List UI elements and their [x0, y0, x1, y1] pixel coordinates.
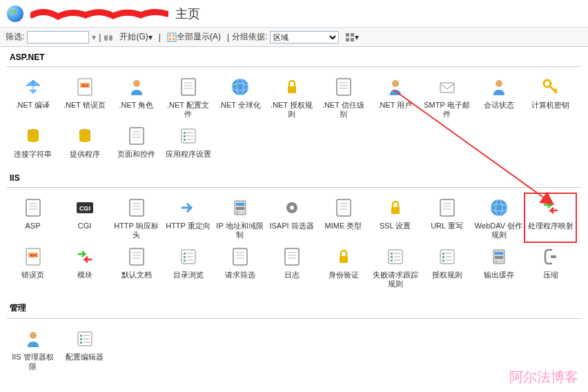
mime-icon	[332, 196, 355, 219]
section-mgmt: 管理 IIS 管理器权限配置编辑器	[7, 301, 581, 373]
feature-label: .NET 配置文件	[164, 101, 213, 119]
ssl-icon	[384, 196, 407, 219]
config-icon	[177, 75, 200, 99]
feature-item-defaultdoc[interactable]: 默认文档	[110, 242, 162, 291]
svg-rect-43	[346, 38, 349, 41]
feature-item-error404[interactable]: .NET 错误页	[59, 72, 110, 121]
svg-rect-42	[351, 33, 354, 37]
feature-item-failedreq[interactable]: 失败请求跟踪规则	[369, 242, 421, 291]
feature-label: CGI	[78, 222, 92, 231]
urlrewrite-icon	[435, 196, 459, 219]
feature-label: 计算机密钥	[531, 101, 569, 110]
webdav-icon	[487, 196, 511, 219]
feature-item-redirect[interactable]: HTTP 重定向	[162, 193, 214, 242]
feature-label: 提供程序	[70, 150, 100, 159]
feature-label: 身份验证	[329, 271, 359, 280]
feature-item-handler[interactable]: 处理程序映射	[525, 193, 576, 242]
feature-item-providers[interactable]: 提供程序	[59, 121, 110, 161]
svg-rect-40	[173, 38, 175, 40]
feature-label: .NET 错误页	[63, 101, 106, 110]
feature-item-iprestrict[interactable]: IP 地址和域限制	[214, 193, 266, 242]
feature-label: MIME 类型	[325, 222, 362, 231]
feature-item-isapi[interactable]: ISAPI 筛选器	[266, 193, 317, 242]
reqfilter-icon	[228, 245, 252, 268]
appsettings-icon	[177, 124, 200, 148]
feature-item-globe[interactable]: .NET 全球化	[214, 72, 266, 121]
filter-input[interactable]	[27, 31, 89, 43]
feature-label: 失败请求跟踪规则	[371, 271, 420, 288]
feature-item-pages[interactable]: 页面和控件	[110, 121, 162, 161]
section-title-iis: IIS	[7, 172, 581, 184]
feature-label: URL 重写	[431, 222, 463, 231]
feature-item-configedit[interactable]: 配置编辑器	[59, 324, 110, 373]
feature-item-auth[interactable]: 身份验证	[317, 242, 369, 291]
feature-label: .NET 编译	[16, 101, 50, 110]
feature-item-urlrewrite[interactable]: URL 重写	[421, 193, 473, 242]
svg-rect-41	[346, 33, 349, 37]
go-button[interactable]: 开始(G) ▾	[116, 30, 155, 44]
section-title-aspnet: ASP.NET	[7, 51, 581, 63]
feature-label: 会话状态	[484, 101, 514, 110]
feature-item-session[interactable]: 会话状态	[473, 72, 525, 121]
feature-item-httpheaders[interactable]: HTTP 响应标头	[110, 193, 162, 242]
feature-label: ASP	[25, 222, 40, 231]
section-title-mgmt: 管理	[7, 301, 581, 315]
show-all-button[interactable]: 全部显示(A)	[164, 30, 224, 44]
svg-rect-44	[351, 38, 354, 41]
trust-icon	[332, 75, 355, 99]
group-by-select[interactable]: 区域	[270, 31, 339, 43]
feature-label: 配置编辑器	[66, 353, 104, 362]
feature-label: WebDAV 创作规则	[474, 222, 523, 239]
feature-item-key[interactable]: 计算机密钥	[525, 72, 576, 121]
feature-item-asp[interactable]: ASP	[7, 193, 59, 242]
compress-icon	[539, 245, 562, 268]
iismgrperm-icon	[21, 327, 45, 351]
feature-label: HTTP 重定向	[166, 222, 210, 231]
feature-item-trust[interactable]: .NET 信任级别	[317, 72, 369, 121]
view-mode-button[interactable]: ▾	[342, 30, 362, 44]
feature-label: IIS 管理器权限	[8, 353, 57, 371]
httpheaders-icon	[125, 196, 148, 219]
feature-item-cgi[interactable]: CGI	[59, 193, 110, 242]
feature-item-appsettings[interactable]: 应用程序设置	[162, 121, 214, 161]
users-icon	[384, 75, 407, 99]
errorpg-icon	[21, 245, 45, 268]
feature-label: 处理程序映射	[528, 222, 574, 231]
feature-item-users[interactable]: .NET 用户	[369, 72, 421, 121]
key-icon	[539, 75, 562, 99]
feature-label: HTTP 响应标头	[112, 222, 161, 239]
dirbrowse-icon	[177, 245, 200, 268]
feature-label: SSL 设置	[380, 222, 411, 231]
feature-label: 输出缓存	[484, 271, 514, 280]
feature-item-config[interactable]: .NET 配置文件	[162, 72, 214, 121]
page-title: 主页	[175, 6, 200, 22]
feature-item-modules[interactable]: 模块	[59, 242, 110, 291]
asp-icon	[21, 196, 45, 219]
feature-item-smtp[interactable]: SMTP 电子邮件	[421, 72, 473, 121]
feature-item-dirbrowse[interactable]: 目录浏览	[162, 242, 214, 291]
roles-icon	[125, 75, 148, 99]
feature-item-compress[interactable]: 压缩	[525, 242, 576, 291]
feature-item-logging[interactable]: 日志	[266, 242, 317, 291]
feature-label: 页面和控件	[117, 150, 155, 159]
feature-item-mime[interactable]: MIME 类型	[317, 193, 369, 242]
feature-item-webdav[interactable]: WebDAV 创作规则	[473, 193, 525, 242]
feature-item-errorpg[interactable]: 错误页	[7, 242, 59, 291]
feature-item-ssl[interactable]: SSL 设置	[369, 193, 421, 242]
feature-item-roles[interactable]: .NET 角色	[110, 72, 162, 121]
feature-item-authoriz[interactable]: 授权规则	[421, 242, 473, 291]
feature-label: 日志	[284, 271, 300, 280]
outputcache-icon	[487, 245, 511, 268]
feature-item-reqfilter[interactable]: 请求筛选	[214, 242, 266, 291]
feature-item-authrules[interactable]: .NET 授权规则	[266, 72, 317, 121]
feature-item-iismgrperm[interactable]: IIS 管理器权限	[7, 324, 59, 373]
feature-label: ISAPI 筛选器	[269, 222, 313, 231]
feature-label: 模块	[77, 271, 92, 280]
feature-label: IP 地址和域限制	[215, 222, 264, 239]
feature-label: 目录浏览	[173, 271, 204, 280]
feature-item-outputcache[interactable]: 输出缓存	[473, 242, 525, 291]
filter-label: 筛选:	[6, 31, 24, 43]
authoriz-icon	[435, 245, 459, 268]
feature-item-compile[interactable]: .NET 编译	[7, 72, 59, 121]
feature-item-connstr[interactable]: 连接字符串	[7, 121, 59, 161]
